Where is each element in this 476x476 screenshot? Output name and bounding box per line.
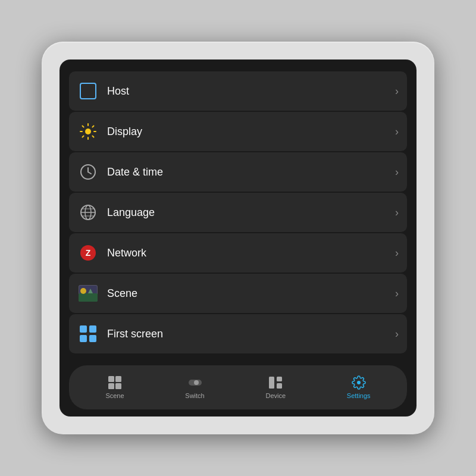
svg-rect-27 — [89, 335, 96, 342]
svg-rect-31 — [115, 383, 121, 389]
nav-item-switch[interactable]: Switch — [174, 372, 215, 403]
svg-line-11 — [88, 172, 91, 174]
svg-rect-36 — [277, 383, 282, 389]
svg-point-37 — [357, 381, 361, 384]
svg-line-6 — [92, 136, 93, 137]
device-screen: Host › — [60, 60, 416, 416]
chevron-scene-icon: › — [395, 287, 399, 300]
svg-rect-26 — [80, 335, 87, 342]
svg-rect-28 — [108, 376, 114, 382]
nav-label-scene: Scene — [105, 392, 124, 399]
menu-label-language: Language — [107, 206, 395, 219]
svg-line-8 — [83, 136, 84, 137]
svg-rect-34 — [269, 377, 274, 389]
menu-item-host[interactable]: Host › — [69, 71, 407, 111]
language-icon — [77, 202, 99, 223]
menu-label-scene: Scene — [107, 287, 395, 300]
svg-point-33 — [194, 380, 199, 385]
datetime-icon — [77, 161, 99, 183]
nav-switch-icon — [188, 375, 202, 390]
svg-point-0 — [85, 129, 91, 134]
menu-item-firstscreen[interactable]: First screen › — [69, 314, 407, 353]
nav-settings-icon — [352, 375, 366, 390]
svg-rect-29 — [115, 376, 121, 382]
chevron-datetime-icon: › — [395, 166, 399, 178]
settings-menu: Host › — [69, 71, 407, 359]
svg-rect-25 — [89, 325, 96, 333]
nav-item-settings[interactable]: Settings — [336, 372, 381, 403]
menu-item-datetime[interactable]: Date & time › — [69, 152, 407, 192]
nav-item-device[interactable]: Device — [255, 372, 296, 403]
network-icon: Z — [77, 242, 99, 264]
chevron-host-icon: › — [395, 85, 399, 98]
nav-label-switch: Switch — [185, 392, 204, 399]
host-icon — [77, 80, 99, 102]
menu-label-firstscreen: First screen — [107, 328, 395, 340]
firstscreen-icon — [77, 323, 99, 345]
menu-item-network[interactable]: Z Network › — [69, 233, 407, 273]
menu-item-scene[interactable]: Scene › — [69, 274, 407, 313]
menu-item-language[interactable]: Language › — [69, 193, 407, 232]
svg-point-22 — [80, 288, 86, 294]
menu-label-network: Network — [107, 247, 395, 259]
display-icon — [77, 121, 99, 142]
nav-item-scene[interactable]: Scene — [95, 372, 134, 403]
device-frame: Host › — [42, 42, 434, 434]
chevron-firstscreen-icon: › — [395, 328, 399, 340]
scene-icon — [77, 283, 99, 304]
svg-line-5 — [83, 126, 84, 127]
svg-rect-24 — [80, 325, 87, 333]
bottom-nav: Scene Switch Device — [69, 365, 407, 409]
svg-rect-30 — [108, 383, 114, 389]
svg-text:Z: Z — [86, 248, 91, 258]
nav-label-settings: Settings — [347, 392, 371, 399]
menu-label-host: Host — [107, 85, 395, 98]
svg-rect-35 — [277, 377, 282, 381]
menu-label-datetime: Date & time — [107, 166, 395, 178]
menu-item-display[interactable]: Display › — [69, 112, 407, 151]
chevron-language-icon: › — [395, 206, 399, 219]
nav-device-icon — [268, 375, 283, 390]
nav-label-device: Device — [265, 392, 286, 399]
svg-rect-21 — [79, 293, 98, 302]
chevron-network-icon: › — [395, 247, 399, 259]
chevron-display-icon: › — [395, 126, 399, 138]
nav-scene-icon — [108, 375, 122, 390]
svg-line-7 — [92, 126, 93, 127]
menu-label-display: Display — [107, 126, 395, 138]
